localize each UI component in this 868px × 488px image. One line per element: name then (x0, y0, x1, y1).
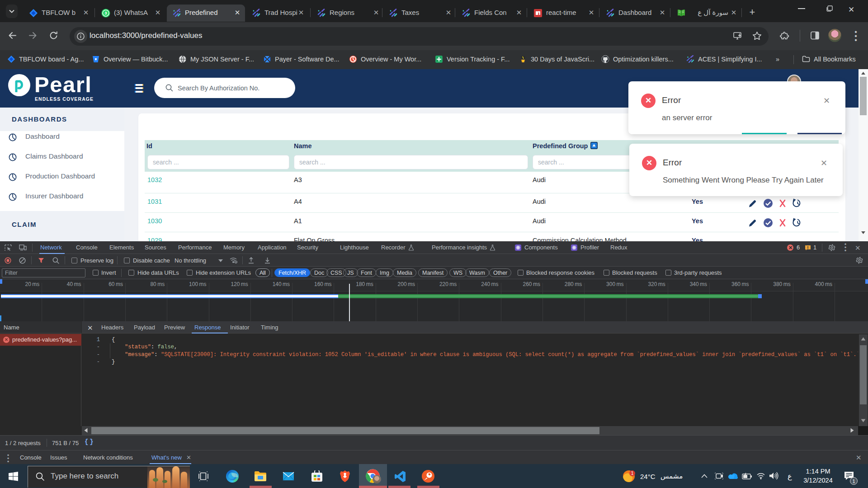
svg-text:3: 3 (104, 10, 107, 15)
